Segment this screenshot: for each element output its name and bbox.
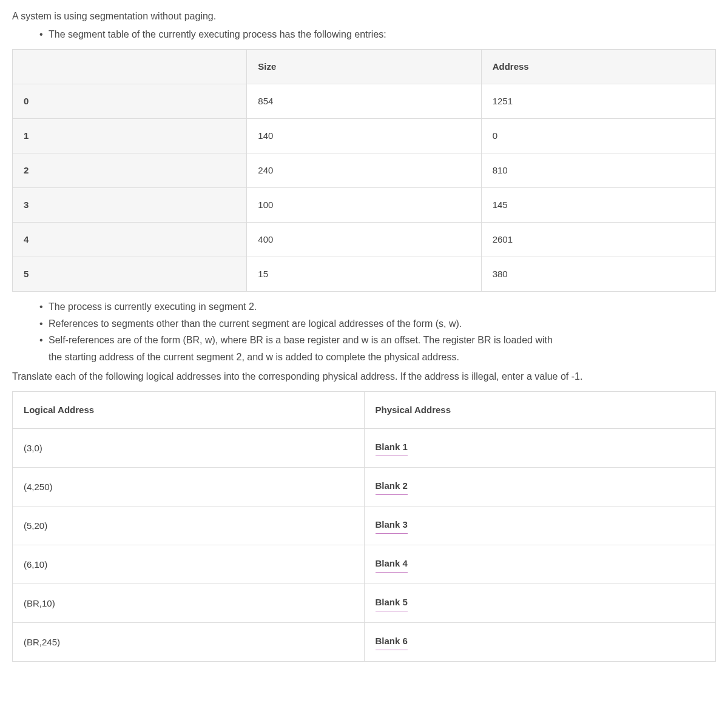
answer-table-header-row: Logical Address Physical Address bbox=[13, 392, 716, 429]
segment-table-header-empty bbox=[13, 50, 247, 84]
segment-table-header-size: Size bbox=[247, 50, 481, 84]
segment-address: 145 bbox=[481, 188, 715, 223]
segment-size: 240 bbox=[247, 153, 481, 188]
segment-table: Size Address 0 854 1251 1 140 0 2 240 81… bbox=[12, 49, 716, 292]
segment-index: 3 bbox=[13, 188, 247, 223]
segment-size: 140 bbox=[247, 119, 481, 153]
table-row: (6,10) Blank 4 bbox=[13, 545, 716, 584]
logical-address: (5,20) bbox=[13, 506, 365, 545]
table-row: (BR,245) Blank 6 bbox=[13, 623, 716, 662]
answer-table-header-physical: Physical Address bbox=[364, 392, 716, 429]
segment-address: 810 bbox=[481, 153, 715, 188]
logical-address: (3,0) bbox=[13, 429, 365, 468]
physical-address-cell: Blank 1 bbox=[364, 429, 716, 468]
table-row: 0 854 1251 bbox=[13, 84, 716, 119]
segment-size: 15 bbox=[247, 257, 481, 292]
table-row: (5,20) Blank 3 bbox=[13, 506, 716, 545]
physical-address-cell: Blank 2 bbox=[364, 468, 716, 506]
segment-table-header-address: Address bbox=[481, 50, 715, 84]
segment-index: 2 bbox=[13, 153, 247, 188]
bullet-mid-3-cont: the starting address of the current segm… bbox=[12, 349, 716, 365]
segment-address: 380 bbox=[481, 257, 715, 292]
logical-address: (4,250) bbox=[13, 468, 365, 506]
segment-size: 400 bbox=[247, 223, 481, 257]
segment-size: 854 bbox=[247, 84, 481, 119]
table-row: (3,0) Blank 1 bbox=[13, 429, 716, 468]
blank-input[interactable]: Blank 2 bbox=[376, 479, 408, 495]
blank-input[interactable]: Blank 4 bbox=[376, 556, 408, 573]
logical-address: (BR,245) bbox=[13, 623, 365, 662]
table-row: (4,250) Blank 2 bbox=[13, 468, 716, 506]
segment-index: 5 bbox=[13, 257, 247, 292]
physical-address-cell: Blank 5 bbox=[364, 584, 716, 623]
segment-index: 1 bbox=[13, 119, 247, 153]
physical-address-cell: Blank 3 bbox=[364, 506, 716, 545]
physical-address-cell: Blank 6 bbox=[364, 623, 716, 662]
bullet-mid-1: The process is currently executing in se… bbox=[12, 299, 716, 315]
translate-instruction: Translate each of the following logical … bbox=[12, 369, 716, 385]
segment-table-header-row: Size Address bbox=[13, 50, 716, 84]
answer-table: Logical Address Physical Address (3,0) B… bbox=[12, 391, 716, 662]
bullet-top-1: The segment table of the currently execu… bbox=[12, 27, 716, 42]
blank-input[interactable]: Blank 3 bbox=[376, 517, 408, 534]
table-row: 3 100 145 bbox=[13, 188, 716, 223]
table-row: 2 240 810 bbox=[13, 153, 716, 188]
segment-index: 0 bbox=[13, 84, 247, 119]
segment-index: 4 bbox=[13, 223, 247, 257]
bullet-mid-2: References to segments other than the cu… bbox=[12, 316, 716, 332]
segment-address: 1251 bbox=[481, 84, 715, 119]
intro-text: A system is using segmentation without p… bbox=[12, 8, 716, 24]
blank-input[interactable]: Blank 6 bbox=[376, 634, 408, 650]
segment-address: 2601 bbox=[481, 223, 715, 257]
answer-table-header-logical: Logical Address bbox=[13, 392, 365, 429]
blank-input[interactable]: Blank 1 bbox=[376, 440, 408, 456]
physical-address-cell: Blank 4 bbox=[364, 545, 716, 584]
table-row: 1 140 0 bbox=[13, 119, 716, 153]
table-row: 4 400 2601 bbox=[13, 223, 716, 257]
logical-address: (6,10) bbox=[13, 545, 365, 584]
segment-address: 0 bbox=[481, 119, 715, 153]
table-row: 5 15 380 bbox=[13, 257, 716, 292]
segment-size: 100 bbox=[247, 188, 481, 223]
blank-input[interactable]: Blank 5 bbox=[376, 595, 408, 611]
logical-address: (BR,10) bbox=[13, 584, 365, 623]
bullet-mid-3: Self-references are of the form (BR, w),… bbox=[12, 332, 716, 348]
table-row: (BR,10) Blank 5 bbox=[13, 584, 716, 623]
